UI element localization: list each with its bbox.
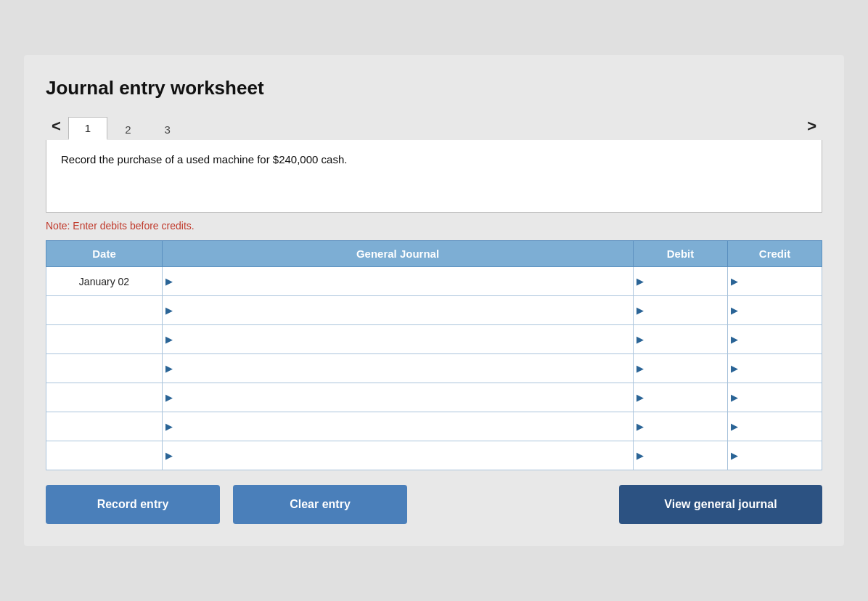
cell-arrow-icon: ▶ [731, 334, 738, 345]
cell-debit[interactable]: ▶ [634, 354, 728, 383]
table-row: January 02▶▶▶ [46, 267, 822, 296]
clear-entry-button[interactable]: Clear entry [233, 485, 407, 524]
col-credit: Credit [728, 241, 822, 267]
cell-arrow-icon: ▶ [165, 450, 173, 461]
cell-arrow-icon: ▶ [636, 305, 644, 316]
cell-arrow-icon: ▶ [636, 363, 644, 374]
col-date: Date [46, 241, 163, 267]
cell-date [46, 354, 163, 383]
cell-arrow-icon: ▶ [731, 305, 738, 316]
cell-credit[interactable]: ▶ [728, 412, 822, 441]
table-row: ▶▶▶ [46, 325, 822, 354]
description-box: Record the purchase of a used machine fo… [46, 140, 822, 213]
cell-arrow-icon: ▶ [165, 305, 173, 316]
cell-credit[interactable]: ▶ [728, 383, 822, 412]
cell-arrow-icon: ▶ [165, 421, 173, 432]
cell-credit[interactable]: ▶ [728, 441, 822, 470]
cell-debit[interactable]: ▶ [634, 383, 728, 412]
cell-journal[interactable]: ▶ [163, 354, 634, 383]
tab-1[interactable]: 1 [68, 117, 107, 140]
nav-left-arrow[interactable]: < [46, 113, 67, 140]
col-general-journal: General Journal [163, 241, 634, 267]
tab-3[interactable]: 3 [149, 119, 187, 140]
table-row: ▶▶▶ [46, 354, 822, 383]
tabs-row: < 1 2 3 > [46, 113, 822, 140]
description-text: Record the purchase of a used machine fo… [61, 153, 347, 165]
cell-journal[interactable]: ▶ [163, 296, 634, 325]
cell-credit[interactable]: ▶ [728, 267, 822, 296]
cell-arrow-icon: ▶ [636, 276, 644, 287]
nav-right-arrow[interactable]: > [801, 113, 822, 140]
cell-arrow-icon: ▶ [636, 334, 644, 345]
table-row: ▶▶▶ [46, 441, 822, 470]
cell-journal[interactable]: ▶ [163, 441, 634, 470]
cell-arrow-icon: ▶ [165, 392, 173, 403]
cell-date [46, 383, 163, 412]
cell-credit[interactable]: ▶ [728, 354, 822, 383]
tab-2[interactable]: 2 [109, 119, 147, 140]
cell-arrow-icon: ▶ [165, 334, 173, 345]
cell-debit[interactable]: ▶ [634, 412, 728, 441]
table-row: ▶▶▶ [46, 296, 822, 325]
cell-credit[interactable]: ▶ [728, 325, 822, 354]
main-container: Journal entry worksheet < 1 2 3 > Record… [24, 55, 844, 546]
cell-date: January 02 [46, 267, 163, 296]
cell-journal[interactable]: ▶ [163, 267, 634, 296]
cell-arrow-icon: ▶ [731, 450, 738, 461]
note-text: Note: Enter debits before credits. [46, 220, 822, 232]
buttons-row: Record entry Clear entry View general jo… [46, 485, 822, 524]
cell-arrow-icon: ▶ [731, 363, 738, 374]
cell-journal[interactable]: ▶ [163, 383, 634, 412]
cell-arrow-icon: ▶ [636, 450, 644, 461]
col-debit: Debit [634, 241, 728, 267]
record-entry-button[interactable]: Record entry [46, 485, 220, 524]
cell-arrow-icon: ▶ [165, 276, 173, 287]
cell-arrow-icon: ▶ [731, 392, 738, 403]
cell-date [46, 325, 163, 354]
cell-debit[interactable]: ▶ [634, 296, 728, 325]
cell-arrow-icon: ▶ [165, 363, 173, 374]
cell-date [46, 296, 163, 325]
cell-arrow-icon: ▶ [731, 276, 738, 287]
cell-arrow-icon: ▶ [636, 392, 644, 403]
cell-journal[interactable]: ▶ [163, 325, 634, 354]
cell-debit[interactable]: ▶ [634, 267, 728, 296]
cell-credit[interactable]: ▶ [728, 296, 822, 325]
journal-table: Date General Journal Debit Credit Januar… [46, 240, 822, 470]
cell-arrow-icon: ▶ [731, 421, 738, 432]
table-row: ▶▶▶ [46, 412, 822, 441]
view-general-journal-button[interactable]: View general journal [619, 485, 822, 524]
cell-debit[interactable]: ▶ [634, 441, 728, 470]
cell-date [46, 412, 163, 441]
cell-debit[interactable]: ▶ [634, 325, 728, 354]
cell-arrow-icon: ▶ [636, 421, 644, 432]
cell-date [46, 441, 163, 470]
cell-journal[interactable]: ▶ [163, 412, 634, 441]
page-title: Journal entry worksheet [46, 77, 822, 99]
table-row: ▶▶▶ [46, 383, 822, 412]
